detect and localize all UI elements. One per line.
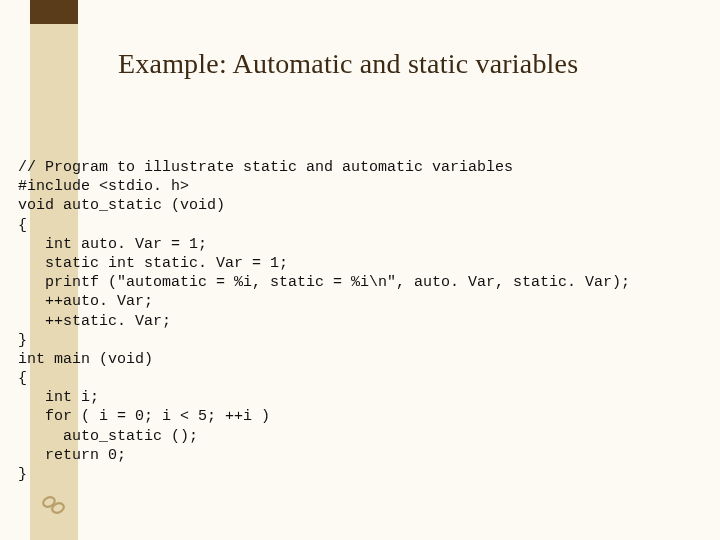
code-line: #include <stdio. h> (18, 178, 189, 195)
code-block: // Program to illustrate static and auto… (18, 158, 720, 484)
code-line: } (18, 466, 27, 483)
code-line: auto_static (); (18, 428, 198, 445)
slide-title: Example: Automatic and static variables (118, 48, 578, 80)
code-line: for ( i = 0; i < 5; ++i ) (18, 408, 270, 425)
code-line: // Program to illustrate static and auto… (18, 159, 513, 176)
code-line: static int static. Var = 1; (18, 255, 288, 272)
code-line: int auto. Var = 1; (18, 236, 207, 253)
corner-accent (30, 0, 78, 24)
code-line: printf ("automatic = %i, static = %i\n",… (18, 274, 630, 291)
code-line: } (18, 332, 27, 349)
code-line: int main (void) (18, 351, 153, 368)
chain-link-icon (39, 492, 69, 518)
code-line: return 0; (18, 447, 126, 464)
code-line: { (18, 217, 27, 234)
code-line: int i; (18, 389, 99, 406)
code-line: ++static. Var; (18, 313, 171, 330)
code-line: { (18, 370, 27, 387)
slide: Example: Automatic and static variables … (0, 0, 720, 540)
code-line: void auto_static (void) (18, 197, 225, 214)
code-line: ++auto. Var; (18, 293, 153, 310)
